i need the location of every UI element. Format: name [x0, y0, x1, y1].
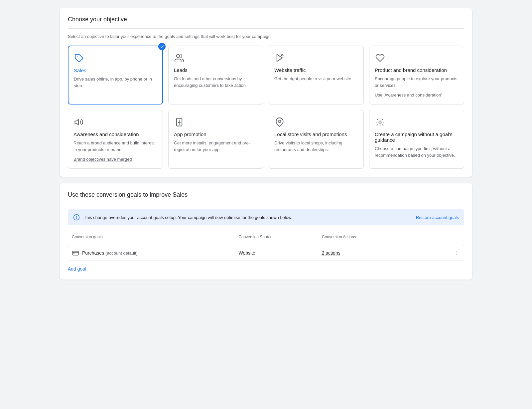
sales-icon: [74, 53, 84, 64]
svg-point-1: [177, 55, 180, 58]
app-promotion-title: App promotion: [174, 131, 258, 137]
sales-desc: Drive sales online, in app, by phone or …: [74, 76, 157, 89]
objective-subtitle: Select an objective to tailor your exper…: [68, 34, 464, 39]
awareness-link[interactable]: Brand objectives have merged: [73, 157, 157, 162]
local-store-desc: Drive visits to local shops, including r…: [274, 140, 358, 153]
table-row: Purchases (account default) Website 2 ac…: [68, 245, 464, 261]
svg-point-8: [379, 121, 381, 123]
no-goal-desc: Choose a campaign type first, without a …: [375, 145, 459, 158]
objective-app-promotion[interactable]: App promotion Get more installs, engagem…: [168, 110, 263, 169]
objective-sales[interactable]: Sales Drive sales online, in app, by pho…: [68, 46, 163, 104]
objective-local-store[interactable]: Local store visits and promotions Drive …: [269, 110, 364, 169]
awareness-icon: [73, 117, 84, 127]
table-header: Conversion goals Conversion Source Conve…: [68, 232, 464, 242]
objective-website-traffic[interactable]: Website traffic Get the right people to …: [269, 46, 364, 104]
conversion-title: Use these conversion goals to improve Sa…: [68, 191, 464, 198]
svg-rect-12: [72, 251, 78, 255]
leads-title: Leads: [174, 67, 258, 73]
app-promotion-desc: Get more installs, engagement and pre-re…: [174, 140, 258, 153]
objective-section-title: Choose your objective: [68, 16, 464, 23]
purchases-label: Purchases (account default): [82, 250, 138, 256]
info-banner: This change overrides your account goals…: [68, 209, 464, 225]
info-banner-text: This change overrides your account goals…: [84, 215, 412, 220]
col-header-source: Conversion Source: [238, 235, 322, 239]
objective-no-goal[interactable]: Create a campaign without a goal's guida…: [369, 110, 464, 169]
col-header-more: [447, 235, 460, 239]
app-promotion-icon: [174, 117, 185, 127]
product-brand-link[interactable]: Use 'Awareness and consideration': [375, 93, 459, 98]
sales-title: Sales: [74, 68, 157, 73]
awareness-title: Awareness and consideration: [73, 131, 157, 137]
restore-account-goals-link[interactable]: Restore account goals: [416, 215, 459, 220]
svg-point-16: [457, 253, 457, 253]
no-goal-icon: [375, 117, 385, 127]
website-traffic-icon: [274, 53, 285, 63]
add-goal-link[interactable]: Add goal: [68, 266, 86, 272]
conversion-card: Use these conversion goals to improve Sa…: [60, 183, 472, 280]
actions-link[interactable]: 2 actions: [322, 250, 340, 256]
page-container: Choose your objective Select an objectiv…: [60, 8, 472, 280]
website-traffic-title: Website traffic: [274, 67, 358, 73]
local-store-icon: [274, 117, 285, 127]
objective-awareness[interactable]: Awareness and consideration Reach a broa…: [68, 110, 163, 169]
more-options-button[interactable]: [447, 250, 460, 256]
col-header-actions: Conversion Actions: [322, 235, 447, 239]
objective-card-container: Choose your objective Select an objectiv…: [60, 8, 472, 177]
goal-cell: Purchases (account default): [72, 250, 238, 256]
divider-2: [68, 204, 464, 204]
svg-point-2: [282, 55, 283, 56]
svg-point-15: [457, 251, 457, 252]
website-traffic-desc: Get the right people to visit your websi…: [274, 76, 358, 82]
account-default-suffix: (account default): [105, 251, 138, 256]
svg-point-7: [279, 120, 281, 122]
no-goal-title: Create a campaign without a goal's guida…: [375, 131, 459, 143]
objective-leads[interactable]: Leads Get leads and other conversions by…: [168, 46, 263, 104]
leads-desc: Get leads and other conversions by encou…: [174, 76, 258, 89]
info-icon: [73, 214, 80, 221]
product-brand-icon: [375, 53, 385, 63]
product-brand-title: Product and brand consideration: [375, 67, 459, 73]
svg-marker-3: [75, 119, 78, 125]
leads-icon: [174, 53, 185, 63]
actions-cell: 2 actions: [322, 250, 447, 256]
selected-check-icon: [158, 43, 166, 50]
awareness-desc: Reach a broad audience and build interes…: [73, 140, 157, 153]
col-header-goals: Conversion goals: [72, 235, 238, 239]
source-cell: Website: [238, 250, 322, 256]
divider-1: [68, 28, 464, 29]
purchases-icon: [72, 250, 79, 256]
objective-product-brand[interactable]: Product and brand consideration Encourag…: [369, 46, 464, 104]
objectives-grid: Sales Drive sales online, in app, by pho…: [68, 46, 464, 169]
svg-point-17: [457, 254, 457, 255]
local-store-title: Local store visits and promotions: [274, 131, 358, 137]
product-brand-desc: Encourage people to explore your product…: [375, 76, 459, 89]
